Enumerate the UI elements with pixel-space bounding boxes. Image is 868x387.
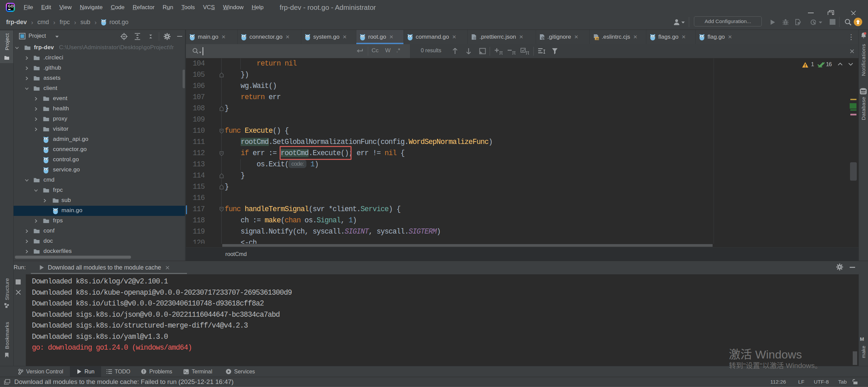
svg-text:JS: JS xyxy=(596,37,599,40)
